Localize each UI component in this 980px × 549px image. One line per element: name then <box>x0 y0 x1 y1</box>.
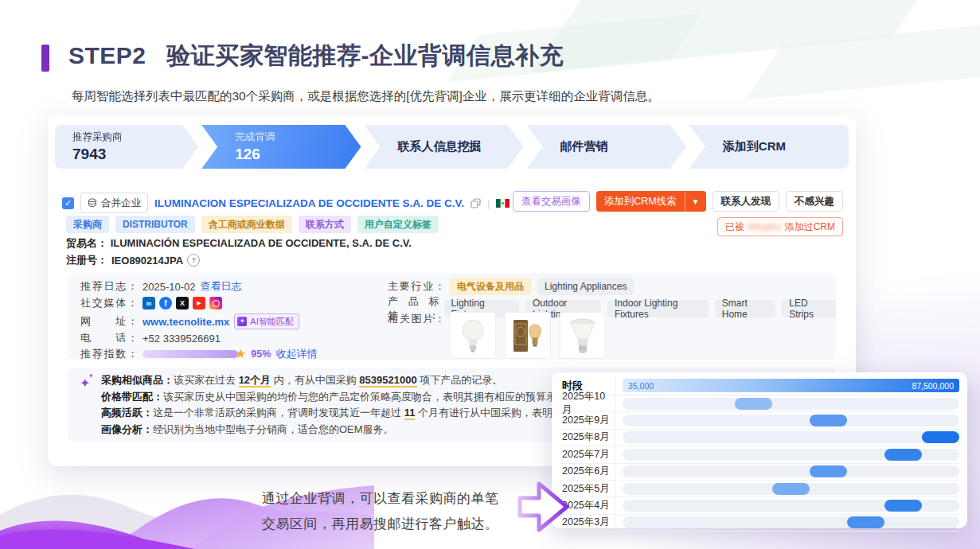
industry-tag[interactable]: Lighting Appliances <box>537 278 634 295</box>
funnel-step-3[interactable]: 联系人信息挖掘 <box>364 125 523 169</box>
related-images-row: 相关图片： <box>388 312 606 359</box>
page-subtitle: 每周智能选择列表中最匹配的30个采购商，或是根据您选择的[优先背调]企业，展示更… <box>72 88 660 105</box>
company-tag[interactable]: DISTRIBUTOR <box>115 216 195 233</box>
crm-added-badge-row: 已被 Alliopho 添加过CRM <box>717 217 843 236</box>
merge-company-button[interactable]: 合并企业 <box>80 193 148 213</box>
youtube-icon[interactable]: ▶ <box>193 297 205 310</box>
product-image-spotlight-bulb[interactable] <box>560 312 606 359</box>
chart-range-pill <box>735 398 772 410</box>
trade-name-value: ILUMINACIÓN ESPECIALIZADA DE OCCIDENTE, … <box>111 237 412 249</box>
blurred-account-name: Alliopho <box>748 221 782 232</box>
website-row: 网 址： www.tecnolite.mx ✦ AI智能匹配 <box>80 313 299 329</box>
chart-row: 2025年4月 <box>560 497 959 514</box>
page: STEP2验证买家智能推荐-企业背调信息补充 每周智能选择列表中最匹配的30个采… <box>0 0 980 549</box>
arrow-right-icon <box>443 474 574 538</box>
chart-track <box>623 431 959 443</box>
chart-table: 时段 35,000 87,500,000 2025年10月2025年9月2025… <box>560 376 959 524</box>
chart-range-pill <box>884 449 922 461</box>
social-media-row: 社交媒体： in f X ▶ <box>80 296 222 310</box>
index-value: 95% <box>251 348 271 360</box>
chart-row: 2025年3月 <box>560 515 959 531</box>
chart-track <box>623 465 959 477</box>
crm-added-badge: 已被 Alliopho 添加过CRM <box>717 217 843 236</box>
reg-value: IEO890214JPA <box>111 255 183 267</box>
chart-rows: 2025年10月2025年9月2025年8月2025年7月2025年6月2025… <box>560 395 959 531</box>
product-image-led-bulb[interactable] <box>450 312 496 359</box>
company-tag[interactable]: 采购商 <box>66 216 109 233</box>
recommend-index-row: 推荐指数： ★ 95% 收起详情 <box>80 346 317 361</box>
contact-discovery-button[interactable]: 联系人发现 <box>713 191 780 212</box>
chart-track <box>623 398 959 410</box>
product-tag[interactable]: LED Strips <box>782 300 836 317</box>
scale-min-label: 35,000 <box>628 381 654 391</box>
chart-range-pill <box>810 415 847 426</box>
company-tag[interactable]: 联系方式 <box>299 216 351 233</box>
collapse-details-link[interactable]: 收起详情 <box>275 347 317 361</box>
add-to-crm-button[interactable]: 添加到CRM线索 ▼ <box>596 191 706 212</box>
chart-range-pill <box>922 431 959 443</box>
chart-row: 2025年8月 <box>560 430 959 446</box>
scale-max-label: 87,500,000 <box>912 381 954 391</box>
chevron-down-icon[interactable]: ▼ <box>685 191 706 212</box>
funnel-step-4[interactable]: 邮件营销 <box>527 125 686 169</box>
funnel-step-1[interactable]: 推荐采购商7943 <box>55 125 198 169</box>
not-interested-button[interactable]: 不感兴趣 <box>786 191 843 212</box>
chart-row: 2025年5月 <box>560 481 959 497</box>
copy-icon[interactable] <box>470 198 481 208</box>
chart-row: 2025年10月 <box>560 395 959 412</box>
trade-name-row: 贸易名： ILUMINACIÓN ESPECIALIZADA DE OCCIDE… <box>66 236 412 251</box>
chart-scale-bar: 35,000 87,500,000 <box>623 379 959 392</box>
chart-track <box>623 500 959 512</box>
product-image-filament-bulb-box[interactable] <box>505 312 551 359</box>
industry-tag[interactable]: 电气设备及用品 <box>450 278 531 295</box>
step-label: STEP2 <box>68 42 146 68</box>
mexico-flag-icon <box>496 199 510 208</box>
company-tag[interactable]: 含工商或商业数据 <box>201 216 292 233</box>
facebook-icon[interactable]: f <box>159 297 172 310</box>
sparkles-icon: ✦✦ <box>80 376 90 391</box>
chart-range-pill <box>847 516 884 528</box>
related-images <box>450 312 606 359</box>
instagram-icon[interactable] <box>209 297 222 310</box>
registration-row: 注册号： IEO890214JPA ? <box>66 253 200 267</box>
company-header-row: ✓ 合并企业 ILUMINACION ESPECIALIZADA DE OCCI… <box>62 193 545 213</box>
company-tags: 采购商DISTRIBUTOR含工商或商业数据联系方式用户自定义标签 <box>66 216 439 233</box>
funnel: 推荐采购商7943完成背调126联系人信息挖掘邮件营销添加到CRM <box>55 125 849 169</box>
question-circle-icon[interactable]: ? <box>187 254 200 267</box>
funnel-step-5[interactable]: 添加到CRM <box>689 125 849 169</box>
recommend-log-row: 推荐日志： 2025-10-02 查看日志 <box>80 279 242 294</box>
row-checkbox[interactable]: ✓ <box>62 197 74 209</box>
chart-range-pill <box>810 465 847 477</box>
funnel-step-2[interactable]: 完成背调126 <box>201 125 361 169</box>
view-log-link[interactable]: 查看日志 <box>201 279 242 294</box>
x-twitter-icon[interactable]: X <box>176 297 189 310</box>
add-to-crm-label: 添加到CRM线索 <box>596 195 685 208</box>
ai-match-badge: ✦ AI智能匹配 <box>234 313 299 329</box>
chart-row: 2025年6月 <box>560 464 959 481</box>
reg-label: 注册号： <box>66 253 107 267</box>
industry-row: 主要行业： 电气设备及用品Lighting Appliances <box>388 278 634 295</box>
linkedin-icon[interactable]: in <box>143 297 155 310</box>
phone-row: 电 话： +52 3339526691 <box>80 331 221 345</box>
database-layers-icon <box>88 198 97 208</box>
chart-track <box>623 483 959 495</box>
action-buttons: 查看交易画像 添加到CRM线索 ▼ 联系人发现 不感兴趣 <box>513 191 843 212</box>
divider: | <box>487 197 490 209</box>
chart-row: 2025年9月 <box>560 412 959 429</box>
company-name[interactable]: ILUMINACION ESPECIALIZADA DE OCCIDENTE S… <box>154 197 464 209</box>
view-trade-profile-button[interactable]: 查看交易画像 <box>513 191 590 212</box>
sparkles-icon: ✦ <box>237 317 247 326</box>
product-tag[interactable]: Indoor Lighting Fixtures <box>607 300 709 317</box>
chart-track <box>623 516 959 528</box>
chart-track <box>623 415 959 426</box>
industry-tags: 电气设备及用品Lighting Appliances <box>450 278 634 295</box>
company-tag[interactable]: 用户自定义标签 <box>357 216 439 233</box>
title-text: 验证买家智能推荐-企业背调信息补充 <box>167 42 564 68</box>
trade-name-label: 贸易名： <box>66 237 107 249</box>
product-tag[interactable]: Smart Home <box>715 300 775 317</box>
website-link[interactable]: www.tecnolite.mx <box>143 316 229 328</box>
log-date: 2025-10-02 <box>143 281 196 293</box>
chart-header-row: 时段 35,000 87,500,000 <box>560 376 959 395</box>
phone-value: +52 3339526691 <box>143 333 221 345</box>
chart-row: 2025年7月 <box>560 446 959 463</box>
